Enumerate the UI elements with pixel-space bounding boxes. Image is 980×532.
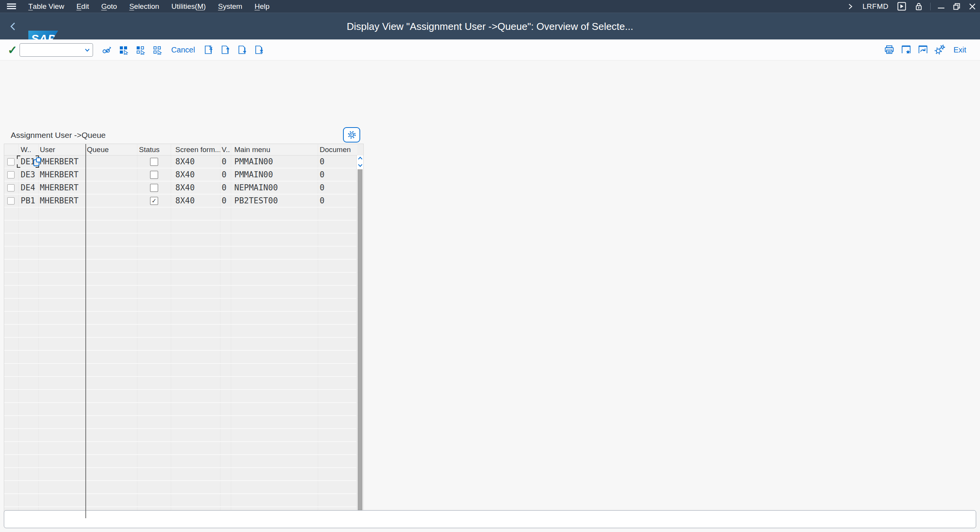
cell-queue[interactable] xyxy=(85,403,137,415)
cell-queue[interactable] xyxy=(85,429,137,441)
cell-documen[interactable] xyxy=(318,364,357,376)
cell-version[interactable] xyxy=(220,208,231,220)
cell-user[interactable] xyxy=(39,351,85,363)
first-page-icon[interactable] xyxy=(200,42,217,58)
cell-documen[interactable] xyxy=(318,455,357,467)
cell-main_menu[interactable] xyxy=(231,364,318,376)
cell-main_menu[interactable] xyxy=(231,351,318,363)
cell-status[interactable] xyxy=(137,247,171,259)
cell-workarea[interactable] xyxy=(19,403,39,415)
close-button[interactable] xyxy=(965,0,980,13)
cell-workarea[interactable] xyxy=(19,494,39,506)
menu-item-selection[interactable]: Selection xyxy=(123,0,165,13)
exit-button[interactable]: Exit xyxy=(948,46,972,54)
cell-user[interactable] xyxy=(39,442,85,454)
column-header-workarea[interactable]: W.. xyxy=(19,144,39,155)
cell-status[interactable] xyxy=(137,156,171,168)
status-checkbox[interactable] xyxy=(150,171,158,179)
cell-documen[interactable] xyxy=(318,481,357,493)
cell-screen_format[interactable] xyxy=(171,273,220,285)
select-block-icon[interactable] xyxy=(132,42,149,58)
cell-version[interactable] xyxy=(220,442,231,454)
gui-scripting-icon[interactable] xyxy=(893,0,910,13)
cell-workarea[interactable] xyxy=(19,208,39,220)
cell-main_menu[interactable] xyxy=(231,299,318,311)
cell-status[interactable] xyxy=(137,273,171,285)
cell-workarea[interactable] xyxy=(19,364,39,376)
cell-user[interactable] xyxy=(39,221,85,233)
cell-status[interactable] xyxy=(137,468,171,480)
cell-user[interactable]: MHERBERT xyxy=(39,195,85,207)
cell-queue[interactable] xyxy=(85,481,137,493)
cell-documen[interactable]: 0 xyxy=(318,156,357,168)
row-select-checkbox[interactable] xyxy=(7,158,15,165)
cell-documen[interactable]: 0 xyxy=(318,195,357,207)
cell-screen_format[interactable] xyxy=(171,325,220,337)
cell-user[interactable] xyxy=(39,468,85,480)
cell-screen_format[interactable]: 8X40 xyxy=(171,169,220,181)
cell-version[interactable]: 0 xyxy=(220,169,231,181)
cell-workarea[interactable] xyxy=(19,468,39,480)
cell-user[interactable] xyxy=(39,416,85,428)
cell-documen[interactable] xyxy=(318,299,357,311)
cell-status[interactable] xyxy=(137,416,171,428)
cell-screen_format[interactable] xyxy=(171,338,220,350)
cell-screen_format[interactable] xyxy=(171,390,220,402)
cell-workarea[interactable] xyxy=(19,286,39,298)
cell-version[interactable] xyxy=(220,325,231,337)
cell-version[interactable] xyxy=(220,338,231,350)
cell-queue[interactable] xyxy=(85,455,137,467)
cell-workarea[interactable] xyxy=(19,455,39,467)
column-header-screen_format[interactable]: Screen form... xyxy=(171,144,220,155)
customize-layout-icon[interactable] xyxy=(931,42,948,58)
cell-user[interactable] xyxy=(39,234,85,246)
cell-user[interactable]: MHERBERT xyxy=(39,182,85,194)
cell-documen[interactable] xyxy=(318,273,357,285)
cell-workarea[interactable] xyxy=(19,273,39,285)
cell-main_menu[interactable] xyxy=(231,468,318,480)
column-header-status[interactable]: Status xyxy=(137,144,171,155)
cell-main_menu[interactable] xyxy=(231,260,318,272)
table-settings-button[interactable] xyxy=(343,127,360,142)
cell-queue[interactable] xyxy=(85,338,137,350)
cell-version[interactable] xyxy=(220,312,231,324)
cell-user[interactable] xyxy=(39,481,85,493)
cell-queue[interactable] xyxy=(85,494,137,506)
command-field-dropdown-icon[interactable] xyxy=(83,46,91,54)
cell-screen_format[interactable] xyxy=(171,494,220,506)
column-header-main_menu[interactable]: Main menu xyxy=(231,144,318,155)
column-header-user[interactable]: User xyxy=(39,144,85,155)
menu-item-system[interactable]: System xyxy=(212,0,248,13)
cell-workarea[interactable] xyxy=(19,338,39,350)
frozen-column-divider[interactable] xyxy=(85,144,86,518)
cell-main_menu[interactable]: PMMAIN00 xyxy=(231,156,318,168)
vertical-scrollbar[interactable] xyxy=(356,156,363,519)
cell-status[interactable] xyxy=(137,494,171,506)
cell-workarea[interactable] xyxy=(19,260,39,272)
cell-version[interactable]: 0 xyxy=(220,182,231,194)
status-checkbox[interactable] xyxy=(150,184,158,192)
cell-queue[interactable] xyxy=(85,234,137,246)
cell-queue[interactable] xyxy=(85,299,137,311)
cell-workarea[interactable] xyxy=(19,429,39,441)
cell-workarea[interactable]: PB1 xyxy=(19,195,39,207)
cell-user[interactable]: MHERBERT xyxy=(39,169,85,181)
cell-workarea[interactable] xyxy=(19,481,39,493)
cancel-button[interactable]: Cancel xyxy=(166,46,200,54)
cell-main_menu[interactable] xyxy=(231,390,318,402)
cell-version[interactable] xyxy=(220,247,231,259)
cell-queue[interactable] xyxy=(85,364,137,376)
cell-main_menu[interactable] xyxy=(231,403,318,415)
cell-status[interactable] xyxy=(137,208,171,220)
cell-screen_format[interactable] xyxy=(171,247,220,259)
cell-workarea[interactable] xyxy=(19,442,39,454)
cell-documen[interactable]: 0 xyxy=(318,182,357,194)
cell-status[interactable] xyxy=(137,338,171,350)
cell-user[interactable] xyxy=(39,299,85,311)
print-icon[interactable] xyxy=(881,42,898,58)
cell-status[interactable] xyxy=(137,299,171,311)
menu-item-help[interactable]: Help xyxy=(248,0,276,13)
cell-queue[interactable] xyxy=(85,221,137,233)
row-select-checkbox[interactable] xyxy=(7,184,15,192)
cell-status[interactable] xyxy=(137,312,171,324)
